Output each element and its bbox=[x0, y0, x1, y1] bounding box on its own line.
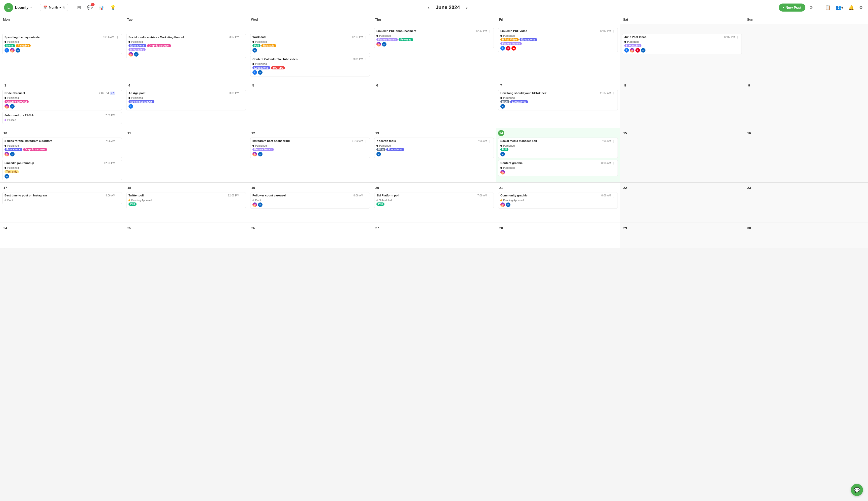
bulb-icon[interactable]: 💡 bbox=[109, 4, 117, 11]
post-more-icon[interactable]: ⋮ bbox=[115, 35, 120, 40]
post-card[interactable]: 8 rules for the Instagram algorithm 7:06… bbox=[2, 138, 122, 158]
post-more-icon[interactable]: ⋮ bbox=[116, 139, 120, 143]
social-icon-instagram: ◎ bbox=[630, 48, 634, 53]
post-card[interactable]: Best time to post on Instagram 9:06 AM ⋮… bbox=[2, 192, 122, 204]
post-card[interactable]: Content graphic 8:06 AM ⋮ Published ◎ bbox=[498, 160, 618, 176]
post-card[interactable]: 7 search tools 7:06 AM ⋮ Published Blog … bbox=[374, 138, 494, 158]
settings-icon[interactable]: ⚙ bbox=[858, 4, 864, 11]
day-header-tue: Tue bbox=[124, 15, 248, 24]
social-icon-instagram: ◎ bbox=[129, 52, 133, 56]
tag-poll[interactable]: Poll bbox=[377, 202, 384, 206]
post-more-icon[interactable]: ⋮ bbox=[240, 92, 244, 96]
prev-month-button[interactable]: ‹ bbox=[426, 3, 432, 11]
team-icon[interactable]: 👥▾ bbox=[835, 4, 844, 11]
tag-poll[interactable]: Poll bbox=[252, 44, 260, 47]
tag-relatable[interactable]: Relatable bbox=[261, 44, 276, 47]
post-title: SM Platform poll bbox=[377, 194, 476, 197]
post-more-icon[interactable]: ⋮ bbox=[116, 161, 120, 166]
post-card[interactable]: SM Platform poll 7:06 AM ⋮ Scheduled Pol… bbox=[374, 192, 494, 208]
tag-educational[interactable]: Educational bbox=[4, 148, 22, 151]
post-more-icon[interactable]: ⋮ bbox=[116, 92, 120, 96]
tag-releases[interactable]: Releases bbox=[399, 38, 413, 41]
tag-feature-launch[interactable]: Feature launch bbox=[377, 38, 398, 41]
post-card[interactable]: How long should your TikTok be? 11:07 AM… bbox=[498, 90, 618, 110]
status-text: Published bbox=[7, 96, 19, 99]
post-card[interactable]: LinkedIn PDF announcement 12:47 PM ⋮ Pub… bbox=[374, 28, 494, 48]
post-card[interactable]: Ad Age post 3:00 PM ⋮ Published Social m… bbox=[126, 90, 246, 110]
tag-graphic-carousel[interactable]: Graphic carousel bbox=[23, 148, 47, 151]
tag-social-media-news[interactable]: Social media news bbox=[129, 100, 154, 103]
tag-infographic[interactable]: Infographic bbox=[129, 48, 145, 51]
post-more-icon[interactable]: ⋮ bbox=[364, 35, 368, 40]
status-text: Passed bbox=[7, 118, 16, 121]
post-card[interactable]: Follower count carousel 8:06 AM ⋮ Draft … bbox=[250, 192, 370, 209]
tag-b-roll[interactable]: B Roll Video bbox=[500, 38, 519, 41]
tag-text-only[interactable]: Text only bbox=[4, 170, 19, 173]
post-more-icon[interactable]: ⋮ bbox=[488, 139, 491, 143]
tag-educational[interactable]: Educational bbox=[129, 44, 147, 47]
bell-icon[interactable]: 🔔 bbox=[847, 4, 855, 11]
post-more-icon[interactable]: ⋮ bbox=[364, 57, 368, 62]
post-more-icon[interactable]: ⋮ bbox=[364, 194, 368, 198]
post-more-icon[interactable]: ⋮ bbox=[240, 194, 244, 198]
tag-youtube[interactable]: YouTube bbox=[271, 66, 285, 70]
view-icons: ⊞ 💬2 📊 💡 bbox=[76, 4, 117, 11]
social-icon-linkedin: in bbox=[258, 152, 262, 157]
post-more-icon[interactable]: ⋮ bbox=[612, 139, 616, 143]
new-post-button[interactable]: ▪ New Post bbox=[779, 3, 805, 12]
chat-view-icon[interactable]: 💬2 bbox=[86, 4, 94, 11]
post-more-icon[interactable]: ⋮ bbox=[612, 30, 616, 33]
post-more-icon[interactable]: ⋮ bbox=[240, 35, 244, 40]
post-card[interactable]: Twitter poll 12:06 PM ⋮ Pending Approval… bbox=[126, 192, 246, 208]
tag-educational[interactable]: Educational bbox=[520, 38, 538, 41]
tag-educational[interactable]: Educational bbox=[252, 66, 270, 70]
chat-button[interactable]: 💬 bbox=[851, 484, 863, 496]
post-more-icon[interactable]: ⋮ bbox=[488, 30, 491, 33]
post-more-icon[interactable]: ⋮ bbox=[116, 114, 120, 118]
post-time: 11:07 AM bbox=[600, 92, 611, 95]
post-card[interactable]: Pride Carousel 2:07 PM x2 ⋮ Published Gr… bbox=[2, 90, 122, 110]
post-more-icon[interactable]: ⋮ bbox=[736, 35, 739, 40]
status-dot bbox=[4, 200, 6, 201]
tag-graphic-carousel[interactable]: Graphic carousel bbox=[147, 44, 171, 47]
tag-meme[interactable]: Meme bbox=[4, 44, 15, 47]
post-more-icon[interactable]: ⋮ bbox=[364, 139, 368, 143]
day-cell-jun30: 30 bbox=[744, 223, 868, 248]
post-more-icon[interactable]: ⋮ bbox=[612, 194, 616, 198]
tag-poll[interactable]: Poll bbox=[129, 202, 137, 206]
grid-view-icon[interactable]: ⊞ bbox=[76, 4, 82, 11]
post-card[interactable]: June Post Ideas 12:07 PM ⋮ Published Inf… bbox=[622, 34, 742, 54]
tag-feature-launch[interactable]: Feature launch bbox=[252, 148, 274, 151]
post-card[interactable]: Social media metrics - Marketing Funnel … bbox=[126, 34, 246, 58]
post-more-icon[interactable]: ⋮ bbox=[116, 194, 120, 198]
post-card[interactable]: LinkedIn job roundup 12:06 PM ⋮ Publishe… bbox=[2, 160, 122, 180]
tag-educational[interactable]: Educational bbox=[510, 100, 528, 103]
post-card[interactable]: Spending the day outside 10:06 AM ⋮ Publ… bbox=[2, 34, 122, 54]
post-card[interactable]: Community graphic 8:06 AM ⋮ Pending Appr… bbox=[498, 192, 618, 209]
brand-chevron-icon[interactable]: ▾ bbox=[30, 6, 32, 9]
next-month-button[interactable]: › bbox=[464, 3, 470, 11]
tag-educational[interactable]: Educational bbox=[386, 148, 404, 151]
tag-graphic-carousel[interactable]: Graphic carousel bbox=[4, 100, 29, 103]
tag-blog[interactable]: Blog bbox=[500, 100, 509, 103]
post-card[interactable]: Content Calendar YouTube video 3:06 PM ⋮… bbox=[250, 56, 370, 76]
tag-poll[interactable]: Poll bbox=[500, 148, 508, 151]
tag-feature-launch[interactable]: Feature launch bbox=[500, 42, 522, 45]
post-more-icon[interactable]: ⋮ bbox=[612, 92, 616, 96]
tag-relatable[interactable]: Relatable bbox=[16, 44, 30, 47]
filter-icon[interactable]: ⊘ bbox=[809, 4, 814, 11]
post-card[interactable]: Instagram post sponsoring 11:00 AM ⋮ Pub… bbox=[250, 138, 370, 158]
tag-blog[interactable]: Blog bbox=[377, 148, 386, 151]
post-more-icon[interactable]: ⋮ bbox=[488, 194, 491, 198]
post-more-icon[interactable]: ⋮ bbox=[612, 161, 616, 166]
chart-view-icon[interactable]: 📊 bbox=[98, 4, 105, 11]
tag-infographic[interactable]: Infographic bbox=[624, 44, 641, 47]
social-icon-instagram: ◎ bbox=[500, 170, 505, 174]
month-button[interactable]: 📅 Month ▾ ⎘ bbox=[40, 4, 68, 11]
post-card[interactable]: Social media manager poll 7:06 AM ⋮ Publ… bbox=[498, 138, 618, 158]
post-card[interactable]: Job roundup - TikTok 7:06 PM ⋮ Passed bbox=[2, 112, 122, 124]
social-icon-linkedin: in bbox=[500, 104, 505, 109]
post-card[interactable]: Workload 12:10 PM ⋮ Published Poll Relat… bbox=[250, 34, 370, 54]
export-icon[interactable]: 📋 bbox=[824, 4, 832, 11]
post-card[interactable]: LinkedIn PDF video 12:07 PM ⋮ Published … bbox=[498, 28, 618, 52]
